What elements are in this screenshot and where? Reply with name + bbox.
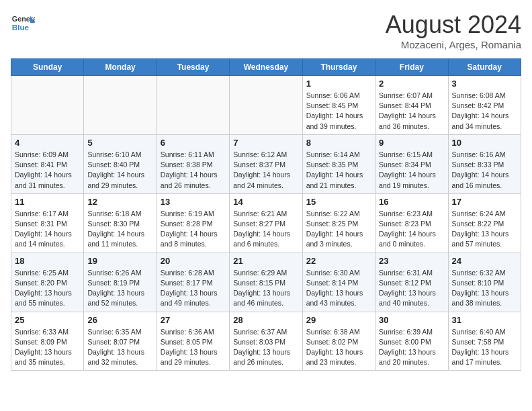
- day-detail: Sunrise: 6:40 AMSunset: 7:58 PMDaylight:…: [452, 327, 517, 368]
- day-detail: Sunrise: 6:21 AMSunset: 8:27 PMDaylight:…: [233, 209, 298, 250]
- calendar-cell: 3Sunrise: 6:08 AMSunset: 8:42 PMDaylight…: [448, 76, 521, 135]
- day-detail: Sunrise: 6:31 AMSunset: 8:12 PMDaylight:…: [379, 268, 444, 309]
- calendar-cell: 31Sunrise: 6:40 AMSunset: 7:58 PMDayligh…: [448, 312, 521, 371]
- calendar-cell: 24Sunrise: 6:32 AMSunset: 8:10 PMDayligh…: [448, 253, 521, 312]
- day-detail: Sunrise: 6:32 AMSunset: 8:10 PMDaylight:…: [452, 268, 517, 309]
- calendar-cell: 30Sunrise: 6:39 AMSunset: 8:00 PMDayligh…: [375, 312, 448, 371]
- day-number: 5: [87, 138, 152, 148]
- day-detail: Sunrise: 6:39 AMSunset: 8:00 PMDaylight:…: [379, 327, 444, 368]
- day-detail: Sunrise: 6:18 AMSunset: 8:30 PMDaylight:…: [87, 209, 152, 250]
- logo: General Blue: [11, 11, 35, 35]
- calendar-cell: 1Sunrise: 6:06 AMSunset: 8:45 PMDaylight…: [302, 76, 375, 135]
- day-number: 29: [306, 315, 371, 325]
- calendar-cell: 8Sunrise: 6:14 AMSunset: 8:35 PMDaylight…: [302, 134, 375, 193]
- day-detail: Sunrise: 6:24 AMSunset: 8:22 PMDaylight:…: [452, 209, 517, 250]
- header-row: Sunday Monday Tuesday Wednesday Thursday…: [11, 59, 521, 76]
- calendar-cell: 28Sunrise: 6:37 AMSunset: 8:03 PMDayligh…: [230, 312, 302, 371]
- calendar-cell: 18Sunrise: 6:25 AMSunset: 8:20 PMDayligh…: [11, 253, 84, 312]
- day-detail: Sunrise: 6:07 AMSunset: 8:44 PMDaylight:…: [379, 91, 444, 132]
- day-number: 25: [15, 315, 80, 325]
- day-number: 24: [452, 256, 517, 266]
- calendar-cell: 6Sunrise: 6:11 AMSunset: 8:38 PMDaylight…: [157, 134, 229, 193]
- day-number: 3: [452, 79, 517, 89]
- calendar-cell: [11, 76, 84, 135]
- day-detail: Sunrise: 6:36 AMSunset: 8:05 PMDaylight:…: [161, 327, 226, 368]
- calendar-cell: 10Sunrise: 6:16 AMSunset: 8:33 PMDayligh…: [448, 134, 521, 193]
- logo-icon: General Blue: [11, 11, 35, 35]
- calendar-week-5: 25Sunrise: 6:33 AMSunset: 8:09 PMDayligh…: [11, 312, 521, 371]
- day-number: 15: [306, 197, 371, 207]
- day-number: 8: [306, 138, 371, 148]
- day-detail: Sunrise: 6:17 AMSunset: 8:31 PMDaylight:…: [15, 209, 80, 250]
- calendar-cell: 20Sunrise: 6:28 AMSunset: 8:17 PMDayligh…: [157, 253, 229, 312]
- day-detail: Sunrise: 6:10 AMSunset: 8:40 PMDaylight:…: [87, 150, 152, 191]
- col-monday: Monday: [84, 59, 157, 76]
- calendar-cell: 16Sunrise: 6:23 AMSunset: 8:23 PMDayligh…: [375, 193, 448, 253]
- day-detail: Sunrise: 6:15 AMSunset: 8:34 PMDaylight:…: [379, 150, 444, 191]
- calendar-cell: 11Sunrise: 6:17 AMSunset: 8:31 PMDayligh…: [11, 193, 84, 253]
- calendar-table: Sunday Monday Tuesday Wednesday Thursday…: [11, 58, 521, 371]
- day-number: 13: [161, 197, 226, 207]
- calendar-subtitle: Mozaceni, Arges, Romania: [386, 39, 521, 50]
- day-number: 31: [452, 315, 517, 325]
- day-detail: Sunrise: 6:11 AMSunset: 8:38 PMDaylight:…: [161, 150, 226, 191]
- day-detail: Sunrise: 6:09 AMSunset: 8:41 PMDaylight:…: [15, 150, 80, 191]
- day-detail: Sunrise: 6:06 AMSunset: 8:45 PMDaylight:…: [306, 91, 371, 132]
- day-number: 28: [233, 315, 298, 325]
- calendar-week-2: 4Sunrise: 6:09 AMSunset: 8:41 PMDaylight…: [11, 134, 521, 193]
- calendar-cell: 29Sunrise: 6:38 AMSunset: 8:02 PMDayligh…: [302, 312, 375, 371]
- calendar-cell: 17Sunrise: 6:24 AMSunset: 8:22 PMDayligh…: [448, 193, 521, 253]
- col-thursday: Thursday: [302, 59, 375, 76]
- calendar-week-1: 1Sunrise: 6:06 AMSunset: 8:45 PMDaylight…: [11, 76, 521, 135]
- calendar-cell: 19Sunrise: 6:26 AMSunset: 8:19 PMDayligh…: [84, 253, 157, 312]
- day-number: 2: [379, 79, 444, 89]
- day-number: 7: [233, 138, 298, 148]
- day-detail: Sunrise: 6:30 AMSunset: 8:14 PMDaylight:…: [306, 268, 371, 309]
- day-number: 16: [379, 197, 444, 207]
- title-block: August 2024 Mozaceni, Arges, Romania: [386, 11, 521, 50]
- day-number: 11: [15, 197, 80, 207]
- day-number: 6: [161, 138, 226, 148]
- day-number: 20: [161, 256, 226, 266]
- calendar-cell: 26Sunrise: 6:35 AMSunset: 8:07 PMDayligh…: [84, 312, 157, 371]
- day-number: 22: [306, 256, 371, 266]
- calendar-cell: 5Sunrise: 6:10 AMSunset: 8:40 PMDaylight…: [84, 134, 157, 193]
- day-detail: Sunrise: 6:29 AMSunset: 8:15 PMDaylight:…: [233, 268, 298, 309]
- calendar-cell: 14Sunrise: 6:21 AMSunset: 8:27 PMDayligh…: [230, 193, 302, 253]
- calendar-cell: [84, 76, 157, 135]
- calendar-cell: 25Sunrise: 6:33 AMSunset: 8:09 PMDayligh…: [11, 312, 84, 371]
- calendar-week-4: 18Sunrise: 6:25 AMSunset: 8:20 PMDayligh…: [11, 253, 521, 312]
- day-number: 21: [233, 256, 298, 266]
- calendar-cell: 9Sunrise: 6:15 AMSunset: 8:34 PMDaylight…: [375, 134, 448, 193]
- col-sunday: Sunday: [11, 59, 84, 76]
- day-number: 12: [87, 197, 152, 207]
- col-tuesday: Tuesday: [157, 59, 229, 76]
- calendar-cell: 27Sunrise: 6:36 AMSunset: 8:05 PMDayligh…: [157, 312, 229, 371]
- calendar-week-3: 11Sunrise: 6:17 AMSunset: 8:31 PMDayligh…: [11, 193, 521, 253]
- day-number: 30: [379, 315, 444, 325]
- day-detail: Sunrise: 6:08 AMSunset: 8:42 PMDaylight:…: [452, 91, 517, 132]
- col-wednesday: Wednesday: [230, 59, 302, 76]
- calendar-title: August 2024: [386, 11, 521, 39]
- calendar-cell: 21Sunrise: 6:29 AMSunset: 8:15 PMDayligh…: [230, 253, 302, 312]
- calendar-cell: 4Sunrise: 6:09 AMSunset: 8:41 PMDaylight…: [11, 134, 84, 193]
- day-number: 18: [15, 256, 80, 266]
- day-number: 1: [306, 79, 371, 89]
- col-friday: Friday: [375, 59, 448, 76]
- day-detail: Sunrise: 6:26 AMSunset: 8:19 PMDaylight:…: [87, 268, 152, 309]
- day-detail: Sunrise: 6:38 AMSunset: 8:02 PMDaylight:…: [306, 327, 371, 368]
- day-number: 26: [87, 315, 152, 325]
- calendar-cell: 23Sunrise: 6:31 AMSunset: 8:12 PMDayligh…: [375, 253, 448, 312]
- day-detail: Sunrise: 6:23 AMSunset: 8:23 PMDaylight:…: [379, 209, 444, 250]
- day-number: 27: [161, 315, 226, 325]
- day-detail: Sunrise: 6:16 AMSunset: 8:33 PMDaylight:…: [452, 150, 517, 191]
- calendar-cell: 22Sunrise: 6:30 AMSunset: 8:14 PMDayligh…: [302, 253, 375, 312]
- calendar-cell: 12Sunrise: 6:18 AMSunset: 8:30 PMDayligh…: [84, 193, 157, 253]
- col-saturday: Saturday: [448, 59, 521, 76]
- day-number: 17: [452, 197, 517, 207]
- calendar-cell: 15Sunrise: 6:22 AMSunset: 8:25 PMDayligh…: [302, 193, 375, 253]
- page-header: General Blue August 2024 Mozaceni, Arges…: [11, 11, 521, 50]
- day-detail: Sunrise: 6:35 AMSunset: 8:07 PMDaylight:…: [87, 327, 152, 368]
- day-number: 14: [233, 197, 298, 207]
- day-number: 10: [452, 138, 517, 148]
